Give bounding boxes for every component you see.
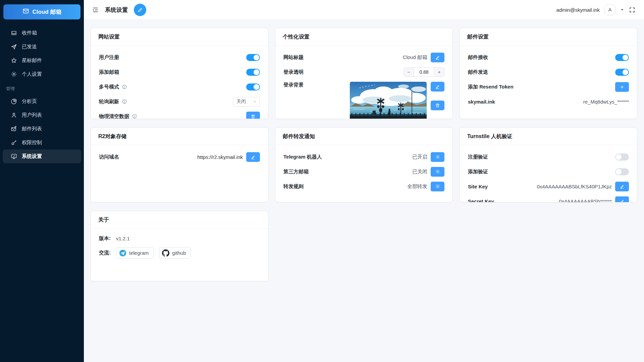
opacity-decrease-button[interactable] xyxy=(404,68,414,76)
delete-background-button[interactable] xyxy=(431,101,444,110)
key-icon xyxy=(11,139,17,146)
card-title: R2对象存储 xyxy=(91,128,268,145)
row-user-register: 用户注册 xyxy=(99,52,260,62)
third-party-settings-button[interactable] xyxy=(431,167,444,177)
card-title: 邮件设置 xyxy=(460,28,637,46)
row-add-mailbox: 添加邮箱 xyxy=(99,67,260,77)
sidebar-item-personal-settings[interactable]: 个人设置 xyxy=(3,67,81,81)
row-secret-key: Secret Key 0x4AAAAAAABSb****** xyxy=(468,196,629,202)
add-resend-token-button[interactable] xyxy=(615,82,629,92)
register-verify-toggle[interactable] xyxy=(615,154,629,161)
opacity-increase-button[interactable] xyxy=(434,68,444,76)
telegram-status: 已开启 xyxy=(412,154,427,160)
sidebar-item-analytics[interactable]: 分析页 xyxy=(3,95,81,108)
paper-plane-icon xyxy=(11,44,17,50)
inbox-icon xyxy=(11,30,17,36)
sidebar-item-mail-list[interactable]: 邮件列表 xyxy=(3,122,81,136)
page-title: 系统设置 xyxy=(105,6,128,14)
pencil-icon xyxy=(251,155,256,160)
star-icon xyxy=(11,57,17,64)
avatar[interactable]: A xyxy=(604,4,615,15)
version-value: v1.2.1 xyxy=(116,236,130,241)
add-mailbox-toggle[interactable] xyxy=(246,69,260,76)
edit-secret-key-button[interactable] xyxy=(615,196,629,203)
sidebar-item-starred[interactable]: 星标邮件 xyxy=(3,54,81,67)
trash-icon xyxy=(251,114,256,119)
plus-icon xyxy=(620,84,625,89)
sidebar-item-inbox[interactable]: 收件箱 xyxy=(3,26,81,40)
sidebar: Cloud 邮箱 收件箱 已发送 星标邮件 个人设置 管理 xyxy=(0,0,84,362)
row-label: 添加验证 xyxy=(468,169,488,175)
brand-logo[interactable]: Cloud 邮箱 xyxy=(3,4,80,19)
card-title: 关于 xyxy=(91,211,268,229)
row-add-verify: 添加验证 xyxy=(468,167,629,177)
forward-rule-settings-button[interactable] xyxy=(431,182,444,191)
edit-r2-domain-button[interactable] xyxy=(246,152,260,162)
card-personalization: 个性化设置 网站标题 Cloud 邮箱 xyxy=(275,28,453,119)
gear-icon xyxy=(435,169,440,174)
gear-icon xyxy=(11,71,17,77)
site-key-value: 0x4AAAAAAABSbLfKS40P1JKpz xyxy=(537,184,612,189)
sidebar-item-permissions[interactable]: 权限控制 xyxy=(3,136,81,149)
row-label: 添加 Resend Token xyxy=(468,84,514,90)
monitor-check-icon xyxy=(11,153,17,160)
edit-site-title-button[interactable] xyxy=(431,53,444,62)
row-label: 物理清空数据 xyxy=(99,113,129,119)
card-title: 个性化设置 xyxy=(275,28,452,46)
select-value: 关闭 xyxy=(236,99,246,105)
poll-refresh-select[interactable]: 关闭 xyxy=(233,97,260,107)
pencil-icon xyxy=(435,55,440,60)
opacity-value[interactable]: 0.88 xyxy=(414,68,434,76)
purge-data-button[interactable] xyxy=(246,112,260,119)
mail-send-toggle[interactable] xyxy=(615,69,629,76)
fullscreen-icon[interactable] xyxy=(629,7,635,13)
card-about: 关于 版本: v1.2.1 交流: telegram xyxy=(91,211,268,281)
card-r2-storage: R2对象存储 访问域名 https://r2.skymail.ink xyxy=(91,127,268,202)
mail-receive-toggle[interactable] xyxy=(615,54,629,61)
card-turnstile: Turnstile 人机验证 注册验证 添加验证 Site Key 0x4AAA… xyxy=(460,127,637,202)
row-label: 第三方邮箱 xyxy=(283,169,309,175)
opacity-stepper: 0.88 xyxy=(404,67,444,77)
topbar: 系统设置 admin@skymail.ink A xyxy=(84,0,644,20)
caret-down-icon[interactable] xyxy=(620,8,624,12)
chevron-down-icon xyxy=(253,100,257,104)
row-token-domain: skymail.ink re_Mq8dwLys_****** xyxy=(468,97,629,107)
pencil-icon xyxy=(620,199,625,203)
github-link-button[interactable]: github xyxy=(159,247,191,259)
row-purge-data: 物理清空数据 xyxy=(99,111,260,119)
login-background-image xyxy=(350,82,427,119)
forward-rule-status: 全部转发 xyxy=(407,183,427,190)
edit-site-key-button[interactable] xyxy=(615,182,629,191)
sidebar-item-label: 权限控制 xyxy=(22,139,42,146)
row-telegram-bot: Telegram 机器人 已开启 xyxy=(283,152,444,162)
telegram-settings-button[interactable] xyxy=(431,152,444,162)
card-title: 网站设置 xyxy=(91,28,268,46)
user-email: admin@skymail.ink xyxy=(556,7,600,13)
row-label: 添加邮箱 xyxy=(99,69,119,75)
row-poll-refresh: 轮询刷新 关闭 xyxy=(99,97,260,107)
sidebar-item-label: 邮件列表 xyxy=(22,126,42,132)
user-register-toggle[interactable] xyxy=(246,54,260,61)
card-title: 邮件转发通知 xyxy=(275,128,452,145)
row-label: 用户注册 xyxy=(99,54,119,61)
edit-title-button[interactable] xyxy=(134,4,146,16)
sidebar-item-label: 分析页 xyxy=(22,98,37,105)
info-icon xyxy=(122,99,127,104)
multi-mode-toggle[interactable] xyxy=(246,83,260,90)
collapse-sidebar-icon[interactable] xyxy=(92,6,99,13)
sidebar-item-label: 星标邮件 xyxy=(22,57,42,64)
row-label: Site Key xyxy=(468,184,488,189)
sidebar-item-label: 个人设置 xyxy=(22,71,42,77)
edit-background-button[interactable] xyxy=(431,82,444,92)
mail-icon xyxy=(22,8,29,16)
add-verify-toggle[interactable] xyxy=(615,168,629,175)
row-label: 登录背景 xyxy=(283,82,304,88)
sidebar-item-users[interactable]: 用户列表 xyxy=(3,108,81,122)
sidebar-item-label: 已发送 xyxy=(22,44,37,50)
telegram-link-button[interactable]: telegram xyxy=(116,247,154,259)
trash-icon xyxy=(435,103,440,108)
sidebar-item-system-settings[interactable]: 系统设置 xyxy=(3,149,81,163)
sidebar-section-label: 管理 xyxy=(0,81,84,95)
gear-icon xyxy=(435,184,440,189)
sidebar-item-sent[interactable]: 已发送 xyxy=(3,40,81,54)
